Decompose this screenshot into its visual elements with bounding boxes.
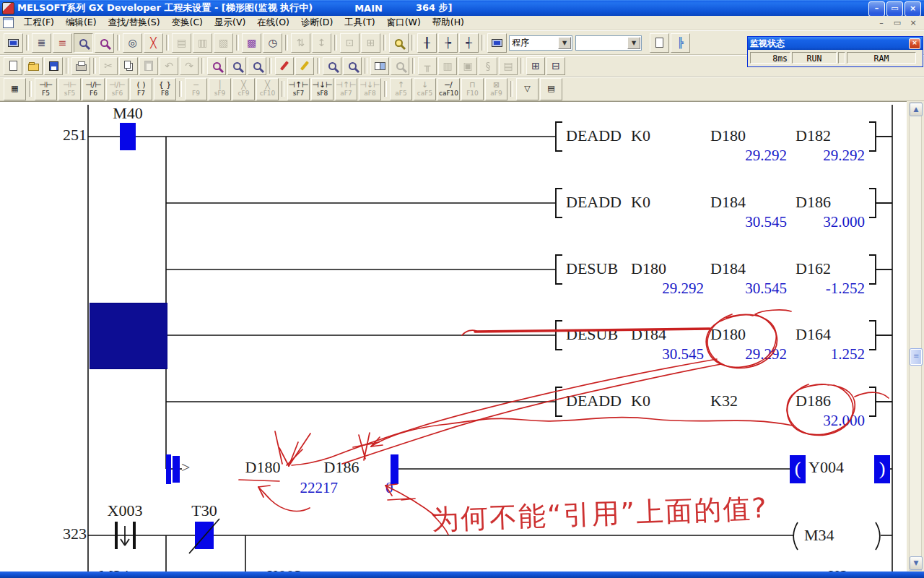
error-jump-button[interactable]: ▣ <box>458 57 477 75</box>
restore-button[interactable]: ▭ <box>886 1 903 17</box>
statement-edit-button[interactable]: ▥ <box>193 33 212 53</box>
mdi-restore-button[interactable]: ▭ <box>891 17 904 29</box>
falling-pulse-or-button[interactable]: ⊣↓⊢aF8 <box>359 78 381 100</box>
combo-arrow-icon[interactable]: ▼ <box>558 37 571 49</box>
contact-t30[interactable] <box>195 522 214 549</box>
contact-x003-bar[interactable] <box>115 522 118 549</box>
menu-edit[interactable]: 编辑(E) <box>60 15 103 30</box>
open-contact-button[interactable]: ⊣⊢F5 <box>35 78 57 100</box>
new-project-button[interactable] <box>4 57 22 75</box>
coil-m34-label[interactable]: M34 <box>804 525 872 545</box>
rising-pulse-or-button[interactable]: ⊣↑⊢aF7 <box>335 78 357 100</box>
read-mode-button[interactable]: ≣ <box>32 33 51 53</box>
transfer-setup-button[interactable]: ▥ <box>438 57 457 75</box>
invert-operation-button[interactable]: ↑aF5 <box>390 78 412 100</box>
split-window-button[interactable] <box>370 57 389 75</box>
write-mode-button[interactable]: ≡ <box>53 33 72 53</box>
save-project-button[interactable] <box>44 57 63 75</box>
undo-button[interactable]: ↶ <box>160 57 178 75</box>
note-edit-button[interactable]: ▧ <box>214 33 233 53</box>
menu-window[interactable]: 窗口(W) <box>381 15 427 30</box>
delete-horizontal-button[interactable]: ╳cF9 <box>232 78 255 100</box>
menu-find-replace[interactable]: 查找/替换(S) <box>103 15 166 30</box>
pulse-conversion-button[interactable]: ⊓F10 <box>461 78 484 100</box>
monitor-window-tool-button[interactable]: ▤ <box>540 78 562 100</box>
device-batch-monitor-button[interactable]: ▩ <box>242 33 261 53</box>
device-test-button[interactable]: ◎ <box>123 33 142 53</box>
menu-tools[interactable]: 工具(T) <box>339 15 380 30</box>
cascade-window-button[interactable]: ⊞ <box>361 33 380 53</box>
combo-arrow-icon[interactable]: ▼ <box>627 37 640 49</box>
monitor-close-icon[interactable]: × <box>909 38 920 49</box>
cross-reference-button[interactable]: ⊞ <box>526 57 545 75</box>
transfer-down-button[interactable]: ↕ <box>312 33 331 53</box>
invert-result-button[interactable]: ─/caF10 <box>437 78 460 100</box>
rising-pulse-button[interactable]: ⊣↑⊢sF7 <box>287 78 310 100</box>
zoom-in-button[interactable] <box>343 57 362 75</box>
tile-window-button[interactable]: ⊡ <box>340 33 359 53</box>
scroll-thumb[interactable] <box>910 348 923 366</box>
statement-button[interactable] <box>295 57 314 75</box>
statement-list-button[interactable] <box>650 33 669 53</box>
program-type-combo[interactable]: 程序 ▼ <box>509 35 572 51</box>
coil-display-button[interactable]: ┾ <box>438 33 458 53</box>
find-device-button[interactable] <box>389 33 409 53</box>
program-name-combo[interactable]: ▼ <box>575 35 642 51</box>
ladder-editor[interactable]: 251 M40 DEADD K0 D180 D182 29.292 29.292… <box>0 101 907 573</box>
horizontal-line-button[interactable]: ─F9 <box>185 78 207 100</box>
network-list-button[interactable]: ▤ <box>499 57 518 75</box>
menu-convert[interactable]: 变换(C) <box>166 15 209 30</box>
project-data-list-button[interactable]: ╠ <box>671 33 690 53</box>
find-step-button[interactable] <box>248 57 266 75</box>
sfc-step-button[interactable]: § <box>479 57 497 75</box>
instruction-row-deadd-2[interactable]: DEADD K0 D184 D186 30.545 32.000 <box>0 192 907 237</box>
close-button[interactable]: × <box>905 1 921 17</box>
comment-edit-button[interactable]: ▤ <box>172 33 191 53</box>
scroll-down-icon[interactable]: ▼ <box>910 556 923 570</box>
monitor-stop-button[interactable]: ╳ <box>144 33 163 53</box>
coil-y004-open[interactable]: ( <box>790 455 806 483</box>
vertical-line-button[interactable]: │sF9 <box>209 78 231 100</box>
application-instruction-button[interactable]: { }F8 <box>154 78 176 100</box>
scroll-up-icon[interactable]: ▲ <box>910 103 923 116</box>
instruction-row-deadd-3[interactable]: DEADD K0 K32 D186 32.000 <box>0 391 907 436</box>
menu-project[interactable]: 工程(F) <box>18 15 60 30</box>
menu-view[interactable]: 显示(V) <box>209 15 251 30</box>
mdi-minimize-button[interactable]: – <box>875 17 888 29</box>
convert-operation-button[interactable]: ↓caF5 <box>414 78 436 100</box>
instruction-row-deadd-1[interactable]: DEADD K0 D180 D182 29.292 29.292 <box>0 126 907 171</box>
find-instruction-button[interactable] <box>227 57 246 75</box>
monitor-mode-button[interactable] <box>74 33 93 53</box>
delete-vertical-button[interactable]: ╳cF10 <box>256 78 279 100</box>
print-button[interactable] <box>71 57 90 75</box>
contact-display-button[interactable]: ╂ <box>417 33 437 53</box>
paste-button[interactable] <box>139 57 158 75</box>
edit-cursor[interactable] <box>90 303 167 369</box>
vertical-scrollbar[interactable]: ▲ ▼ <box>909 102 922 571</box>
cut-button[interactable]: ✂ <box>99 57 118 75</box>
closed-contact-button[interactable]: ⊣/⊢F6 <box>82 78 105 100</box>
scan-time-monitor-button[interactable]: ◷ <box>263 33 282 53</box>
program-common-button[interactable]: ▦ <box>4 78 26 100</box>
device-test-tool-button[interactable]: ▽ <box>516 78 539 100</box>
coil-button[interactable]: ( )F7 <box>130 78 152 100</box>
instruction-display-button[interactable]: ┽ <box>459 33 479 53</box>
open-project-button[interactable] <box>24 57 43 75</box>
closed-contact-or-button[interactable]: ⊣/⊢sF6 <box>106 78 128 100</box>
open-contact-or-button[interactable]: ⊣⊢sF5 <box>58 78 81 100</box>
monitor-status-titlebar[interactable]: 监视状态 × <box>748 37 923 50</box>
menu-diagnostics[interactable]: 诊断(D) <box>295 15 339 30</box>
redo-button[interactable]: ↷ <box>180 57 199 75</box>
device-use-list-button[interactable]: ⊟ <box>546 57 565 75</box>
falling-pulse-button[interactable]: ⊣↓⊢sF8 <box>311 78 334 100</box>
monitor-write-mode-button[interactable] <box>95 33 114 53</box>
menu-online[interactable]: 在线(O) <box>251 15 295 30</box>
zoom-out-button[interactable] <box>323 57 341 75</box>
copy-button[interactable] <box>119 57 138 75</box>
minimize-button[interactable]: – <box>868 1 885 17</box>
help-search-button[interactable] <box>391 57 409 75</box>
transfer-up-button[interactable]: ⇅ <box>291 33 310 53</box>
online-parameter-button[interactable]: ╥ <box>418 57 437 75</box>
instruction-row-desub-1[interactable]: DESUB D180 D184 D162 29.292 30.545 -1.25… <box>0 259 907 303</box>
compare-contact-open[interactable] <box>166 454 171 484</box>
